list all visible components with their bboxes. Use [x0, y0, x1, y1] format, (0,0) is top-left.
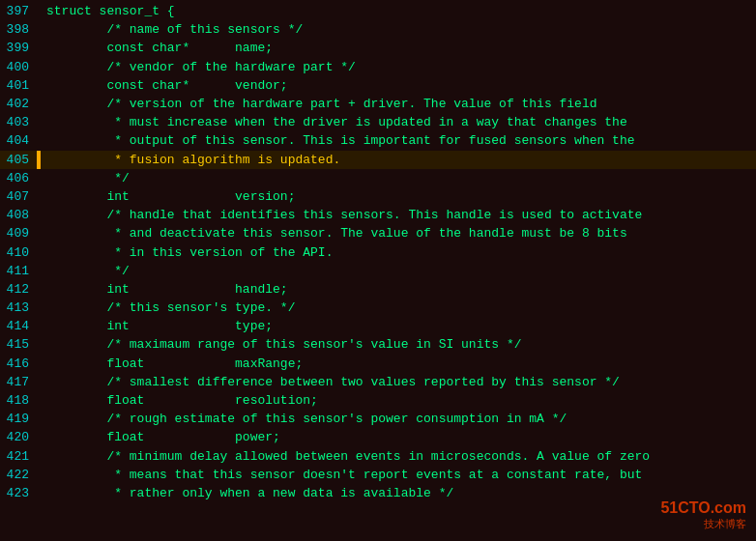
- code-line: 401 const char* vendor;: [0, 76, 756, 95]
- line-number: 408: [0, 208, 37, 222]
- code-line: 414 int type;: [0, 317, 756, 335]
- code-line: 421 /* minimum delay allowed between eve…: [0, 447, 756, 466]
- line-content: /* minimum delay allowed between events …: [41, 449, 756, 464]
- line-number: 416: [0, 356, 37, 371]
- line-content: * must increase when the driver is updat…: [41, 115, 756, 129]
- code-line: 415 /* maximaum range of this sensor's v…: [0, 335, 756, 354]
- code-line: 397struct sensor_t {: [0, 2, 756, 20]
- line-number: 411: [0, 264, 37, 278]
- line-content: const char* vendor;: [41, 78, 756, 93]
- code-line: 404 * output of this sensor. This is imp…: [0, 131, 756, 150]
- line-content: float maxRange;: [41, 356, 756, 371]
- line-content: */: [41, 264, 756, 278]
- code-line: 420 float power;: [0, 428, 756, 446]
- line-number: 399: [0, 41, 37, 55]
- code-line: 400 /* vendor of the hardware part */: [0, 58, 756, 76]
- code-line: 398 /* name of this sensors */: [0, 20, 756, 39]
- line-number: 397: [0, 4, 37, 18]
- code-line: 417 /* smallest difference between two v…: [0, 373, 756, 391]
- line-number: 420: [0, 430, 37, 444]
- line-content: /* version of the hardware part + driver…: [41, 97, 756, 111]
- line-number: 413: [0, 300, 37, 315]
- line-content: * rather only when a new data is availab…: [41, 486, 756, 500]
- line-content: struct sensor_t {: [41, 4, 756, 18]
- line-content: * means that this sensor doesn't report …: [41, 468, 756, 482]
- line-number: 422: [0, 468, 37, 482]
- line-number: 407: [0, 189, 37, 204]
- code-line: 402 /* version of the hardware part + dr…: [0, 95, 756, 113]
- code-line: 408 /* handle that identifies this senso…: [0, 206, 756, 224]
- code-line: 423 * rather only when a new data is ava…: [0, 484, 756, 502]
- code-line: 406 */: [0, 169, 756, 187]
- line-number: 398: [0, 22, 37, 37]
- line-content: /* this sensor's type. */: [41, 300, 756, 315]
- code-line: 405 * fusion algorithm is updated.: [0, 151, 756, 169]
- code-line: 410 * in this version of the API.: [0, 242, 756, 261]
- line-content: * in this version of the API.: [41, 245, 756, 260]
- code-line: 409 * and deactivate this sensor. The va…: [0, 224, 756, 242]
- line-content: /* rough estimate of this sensor's power…: [41, 412, 756, 426]
- line-content: /* vendor of the hardware part */: [41, 60, 756, 74]
- watermark-sub: 技术博客: [704, 517, 746, 531]
- footer-bar: 51CTO.com 技术博客: [0, 502, 756, 541]
- line-number: 406: [0, 171, 37, 185]
- code-line: 411 */: [0, 262, 756, 280]
- line-content: int version;: [41, 189, 756, 204]
- watermark: 51CTO.com 技术博客: [660, 499, 746, 531]
- line-content: /* maximaum range of this sensor's value…: [41, 337, 756, 352]
- line-number: 405: [0, 153, 37, 167]
- line-number: 418: [0, 393, 37, 408]
- line-content: int handle;: [41, 282, 756, 297]
- line-number: 402: [0, 97, 37, 111]
- line-number: 423: [0, 486, 37, 500]
- line-content: const char* name;: [41, 41, 756, 55]
- code-line: 422 * means that this sensor doesn't rep…: [0, 466, 756, 484]
- code-line: 419 /* rough estimate of this sensor's p…: [0, 410, 756, 428]
- line-content: float power;: [41, 430, 756, 444]
- line-content: /* handle that identifies this sensors. …: [41, 208, 756, 222]
- line-number: 400: [0, 60, 37, 74]
- code-line: 412 int handle;: [0, 280, 756, 299]
- watermark-site: 51CTO.com: [660, 499, 746, 517]
- code-line: 416 float maxRange;: [0, 355, 756, 373]
- line-number: 415: [0, 337, 37, 352]
- code-line: 399 const char* name;: [0, 39, 756, 57]
- line-number: 412: [0, 282, 37, 297]
- line-number: 421: [0, 449, 37, 464]
- code-editor: 397struct sensor_t {398 /* name of this …: [0, 0, 756, 502]
- line-number: 410: [0, 245, 37, 260]
- code-line: 413 /* this sensor's type. */: [0, 299, 756, 317]
- code-line: 403 * must increase when the driver is u…: [0, 113, 756, 131]
- line-number: 419: [0, 412, 37, 426]
- line-number: 401: [0, 78, 37, 93]
- line-content: /* name of this sensors */: [41, 22, 756, 37]
- code-line: 418 float resolution;: [0, 391, 756, 410]
- line-content: * output of this sensor. This is importa…: [41, 133, 756, 148]
- line-content: */: [41, 171, 756, 185]
- line-content: int type;: [41, 319, 756, 333]
- line-content: * and deactivate this sensor. The value …: [41, 226, 756, 241]
- line-number: 409: [0, 226, 37, 241]
- line-number: 404: [0, 133, 37, 148]
- line-number: 417: [0, 375, 37, 389]
- line-number: 414: [0, 319, 37, 333]
- line-content: /* smallest difference between two value…: [41, 375, 756, 389]
- line-content: float resolution;: [41, 393, 756, 408]
- line-number: 403: [0, 115, 37, 129]
- line-content: * fusion algorithm is updated.: [41, 153, 756, 167]
- code-line: 407 int version;: [0, 187, 756, 206]
